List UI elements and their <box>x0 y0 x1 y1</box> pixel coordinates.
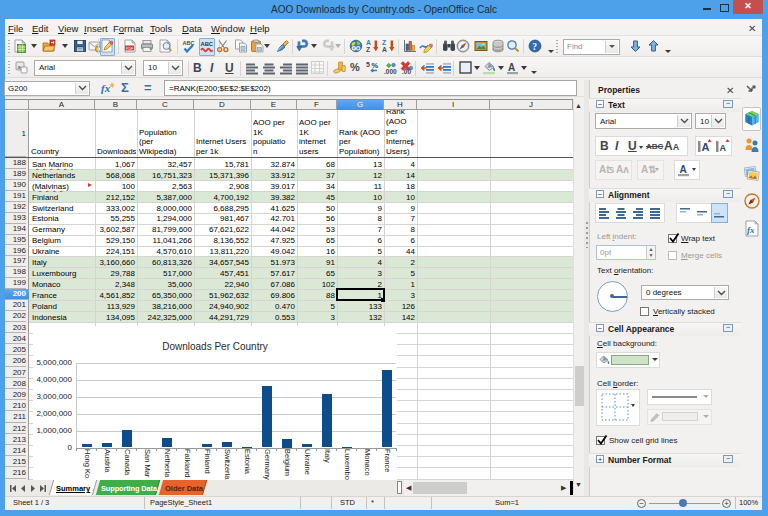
svg-text:ABC: ABC <box>201 41 214 47</box>
svg-text:A: A <box>720 143 727 153</box>
svg-text:%: % <box>372 61 379 70</box>
svg-text:fx: fx <box>101 82 111 94</box>
svg-text:.00: .00 <box>402 68 411 75</box>
svg-text:A: A <box>508 62 515 73</box>
svg-text:ABC: ABC <box>183 40 195 46</box>
svg-text:.000: .000 <box>384 68 397 75</box>
svg-text:5: 5 <box>366 61 370 68</box>
svg-text:?: ? <box>532 42 537 52</box>
svg-text:Z: Z <box>382 39 386 46</box>
svg-text:PDF: PDF <box>126 47 134 51</box>
svg-text:A: A <box>366 39 371 46</box>
svg-text:Z: Z <box>366 46 370 53</box>
svg-text:A: A <box>702 141 710 153</box>
svg-text:A: A <box>382 46 387 53</box>
svg-text:fx: fx <box>747 225 755 235</box>
svg-text:A: A <box>680 164 687 175</box>
